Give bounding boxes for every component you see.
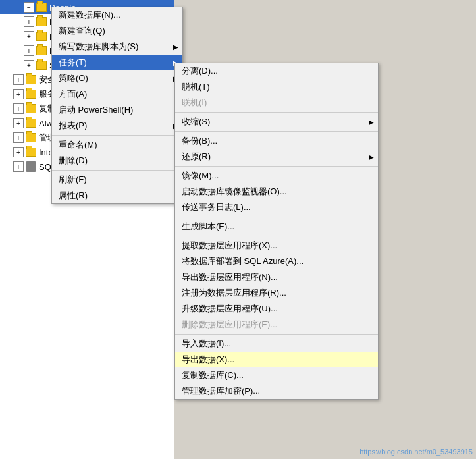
- menu-item-label: 启动 PowerShell(H): [59, 104, 169, 116]
- expand-icon[interactable]: +: [13, 118, 24, 128]
- context-menu-item[interactable]: 新建查询(Q): [52, 23, 182, 39]
- tasks-menu-item-label: 备份(B)...: [182, 135, 365, 147]
- tasks-menu-item-label: 启动数据库镜像监视器(O)...: [182, 186, 365, 198]
- expand-icon[interactable]: +: [24, 16, 34, 27]
- tasks-submenu-item[interactable]: 管理数据库加密(P)...: [175, 383, 378, 399]
- expand-icon[interactable]: −: [24, 2, 34, 13]
- tasks-menu-item-label: 收缩(S): [182, 116, 365, 128]
- folder-icon: [26, 90, 36, 99]
- menu-item-label: 策略(O): [59, 72, 169, 84]
- menu-item-label: 任务(T): [59, 57, 169, 68]
- tasks-submenu-item[interactable]: 脱机(T): [175, 79, 378, 95]
- menu-separator: [175, 217, 378, 217]
- tasks-submenu-item[interactable]: 启动数据库镜像监视器(O)...: [175, 184, 378, 200]
- tasks-menu-item-label: 管理数据库加密(P)...: [182, 385, 365, 397]
- folder-icon: [26, 75, 36, 84]
- tasks-menu-item-label: 导出数据层应用程序(N)...: [182, 271, 365, 283]
- expand-icon[interactable]: +: [13, 74, 24, 85]
- folder-icon: [26, 104, 36, 113]
- context-menu-item[interactable]: 编写数据库脚本为(S)▶: [52, 39, 182, 55]
- menu-item-label: 重命名(M): [59, 139, 169, 151]
- tasks-menu-item-label: 生成脚本(E)...: [182, 221, 365, 232]
- menu-separator: [175, 334, 378, 335]
- context-menu-item[interactable]: 属性(R): [52, 188, 182, 203]
- context-menu: 新建数据库(N)...新建查询(Q)编写数据库脚本为(S)▶任务(T)▶策略(O…: [51, 7, 183, 204]
- expand-icon[interactable]: +: [24, 45, 34, 56]
- context-menu-item[interactable]: 报表(P)▶: [52, 118, 182, 134]
- expand-icon[interactable]: +: [13, 147, 24, 157]
- tasks-submenu-item[interactable]: 分离(D)...: [175, 63, 378, 79]
- expand-icon[interactable]: +: [24, 60, 34, 70]
- tasks-menu-item-label: 还原(R): [182, 151, 365, 163]
- tasks-menu-item-label: 导出数据(X)...: [182, 354, 365, 365]
- expand-icon[interactable]: +: [13, 161, 24, 172]
- tasks-submenu-item[interactable]: 生成脚本(E)...: [175, 219, 378, 234]
- tasks-menu-item-label: 删除数据层应用程序(E)...: [182, 319, 365, 331]
- menu-separator: [175, 236, 378, 236]
- tasks-menu-item-label: 提取数据层应用程序(X)...: [182, 240, 365, 252]
- context-menu-item[interactable]: 任务(T)▶: [52, 55, 182, 70]
- menu-separator: [52, 170, 182, 171]
- context-menu-item[interactable]: 方面(A): [52, 86, 182, 102]
- expand-icon[interactable]: +: [13, 103, 24, 114]
- tasks-submenu-item[interactable]: 删除数据层应用程序(E)...: [175, 317, 378, 333]
- menu-separator: [175, 131, 378, 132]
- database-icon: [36, 61, 47, 70]
- tasks-menu-item-label: 导入数据(I)...: [182, 338, 365, 350]
- folder-icon: [26, 119, 36, 128]
- tasks-menu-item-label: 将数据库部署到 SQL Azure(A)...: [182, 256, 365, 267]
- menu-separator: [175, 166, 378, 167]
- menu-separator: [52, 135, 182, 136]
- tasks-submenu-item[interactable]: 镜像(M)...: [175, 168, 378, 184]
- expand-icon[interactable]: +: [24, 31, 34, 41]
- item-icon: [26, 161, 36, 172]
- tasks-submenu-item[interactable]: 导入数据(I)...: [175, 336, 378, 352]
- context-menu-item[interactable]: 新建数据库(N)...: [52, 7, 182, 23]
- database-icon: [36, 46, 47, 55]
- tasks-menu-item-label: 复制数据库(C)...: [182, 369, 365, 381]
- submenu-arrow-icon: ▶: [173, 43, 178, 51]
- watermark: https://blog.csdn.net/m0_53493915: [359, 448, 473, 456]
- tasks-submenu-item[interactable]: 还原(R)▶: [175, 149, 378, 165]
- menu-item-label: 编写数据库脚本为(S): [59, 41, 169, 53]
- tasks-submenu-item[interactable]: 导出数据(X)...: [175, 352, 378, 367]
- tasks-menu-item-label: 镜像(M)...: [182, 170, 365, 182]
- tasks-submenu-item[interactable]: 升级数据层应用程序(U)...: [175, 301, 378, 317]
- menu-item-label: 报表(P): [59, 120, 169, 132]
- tasks-menu-item-label: 传送事务日志(L)...: [182, 202, 365, 213]
- tasks-submenu-item[interactable]: 联机(I): [175, 95, 378, 111]
- tasks-submenu-item[interactable]: 提取数据层应用程序(X)...: [175, 238, 378, 254]
- menu-item-label: 新建数据库(N)...: [59, 9, 169, 21]
- submenu-arrow-icon: ▶: [369, 153, 374, 161]
- database-icon: [36, 32, 47, 41]
- tasks-submenu-item[interactable]: 备份(B)...: [175, 133, 378, 149]
- menu-item-label: 删除(D): [59, 155, 169, 167]
- menu-item-label: 方面(A): [59, 88, 169, 100]
- tasks-submenu: 分离(D)...脱机(T)联机(I)收缩(S)▶备份(B)...还原(R)▶镜像…: [174, 63, 379, 400]
- tasks-submenu-item[interactable]: 复制数据库(C)...: [175, 367, 378, 383]
- context-menu-item[interactable]: 策略(O)▶: [52, 70, 182, 86]
- menu-separator: [175, 112, 378, 113]
- context-menu-item[interactable]: 刷新(F): [52, 172, 182, 188]
- expand-icon[interactable]: +: [13, 132, 24, 143]
- tasks-menu-item-label: 联机(I): [182, 97, 365, 109]
- submenu-arrow-icon: ▶: [369, 119, 374, 126]
- database-icon: [36, 17, 47, 26]
- database-icon: [36, 3, 47, 12]
- tasks-submenu-item[interactable]: 传送事务日志(L)...: [175, 200, 378, 215]
- tasks-submenu-item[interactable]: 导出数据层应用程序(N)...: [175, 269, 378, 285]
- folder-icon: [26, 133, 36, 142]
- tasks-menu-item-label: 分离(D)...: [182, 65, 365, 77]
- folder-icon: [26, 148, 36, 157]
- menu-item-label: 属性(R): [59, 190, 169, 202]
- context-menu-item[interactable]: 启动 PowerShell(H): [52, 102, 182, 118]
- tasks-submenu-item[interactable]: 注册为数据层应用程序(R)...: [175, 285, 378, 301]
- tasks-submenu-item[interactable]: 将数据库部署到 SQL Azure(A)...: [175, 254, 378, 269]
- tasks-menu-item-label: 升级数据层应用程序(U)...: [182, 303, 365, 315]
- expand-icon[interactable]: +: [13, 89, 24, 99]
- tasks-submenu-item[interactable]: 收缩(S)▶: [175, 114, 378, 130]
- context-menu-item[interactable]: 重命名(M): [52, 137, 182, 153]
- context-menu-item[interactable]: 删除(D): [52, 153, 182, 169]
- menu-item-label: 新建查询(Q): [59, 25, 169, 37]
- tasks-menu-item-label: 注册为数据层应用程序(R)...: [182, 287, 365, 299]
